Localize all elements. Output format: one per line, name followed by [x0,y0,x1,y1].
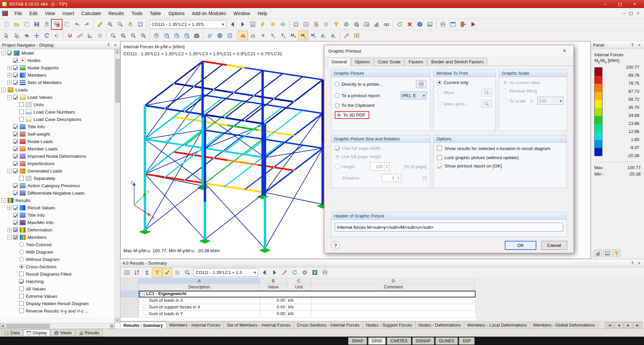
status-cartes-toggle[interactable]: CARTES [387,337,411,345]
sync-graphic-button[interactable] [279,268,289,277]
checkbox-unchecked[interactable] [19,294,24,298]
checkbox-checked[interactable] [13,124,18,129]
checkbox-checked[interactable] [13,65,18,70]
radio-height[interactable]: Height: [335,164,356,169]
expander-icon[interactable]: − [1,51,6,55]
tree-item-result-diagrams-filled[interactable]: Result Diagrams Filled [0,270,115,278]
status-dxf-toggle[interactable]: DXF [459,337,475,345]
panel-display-options-button[interactable] [603,250,611,257]
navigator-vertical-scrollbar[interactable]: ▲ ▼ [114,49,120,323]
info-button[interactable] [415,20,425,29]
radio-use-full-page-height[interactable]: Use full page height [335,154,427,159]
menu-insert[interactable]: Insert [59,9,78,18]
ok-button[interactable]: OK [505,241,536,250]
dialog-tab-general[interactable]: General [328,58,351,66]
zoom-in-button[interactable] [105,20,115,29]
checkbox-partial[interactable] [13,235,18,239]
exit-button[interactable] [458,20,468,29]
menu-view[interactable]: View [41,9,59,18]
zoom-button[interactable] [108,31,118,40]
menu-window[interactable]: Window [230,9,254,18]
checkbox-checked[interactable] [13,205,18,210]
checkbox-checked[interactable] [13,73,18,77]
mirror-button[interactable] [52,31,62,40]
navigator-tab-display[interactable]: Display [23,329,50,336]
zoom-window-button[interactable] [115,20,125,29]
print-graphic-button[interactable]: 3D [52,20,62,29]
previous-load-case-button[interactable] [227,20,237,29]
column-settings-button[interactable] [172,268,182,277]
checkbox-unchecked[interactable] [19,301,24,306]
navigator-horizontal-scrollbar[interactable]: ◀ ▶ [0,323,115,329]
view-in-y-button[interactable]: Y [171,31,181,40]
sum-check-button[interactable]: Σ [142,268,152,277]
component-vz-button[interactable]: Vz [278,31,288,40]
edit-button[interactable] [95,20,105,29]
navigator-tab-views[interactable]: Views [51,329,75,336]
last-table-button[interactable]: ▶| [633,322,642,328]
snap-button[interactable] [65,31,75,40]
checkbox-lock-graphic-picture[interactable]: Lock graphic picture (without update) [437,155,563,160]
status-grid-toggle[interactable]: GRID [368,337,386,345]
tree-item-load-values[interactable]: −Load Values [0,93,115,101]
radio-to-3d-pdf[interactable]: To 3D PDF [336,113,365,118]
select-button[interactable] [1,31,11,40]
checkbox-checked[interactable] [13,132,18,136]
dialog-tab-factors[interactable]: Factors [405,58,427,66]
component-pz-button[interactable]: pz [328,31,338,40]
animation-button[interactable] [341,31,352,40]
dialog-title-bar[interactable]: Graphic Printout × [324,45,574,57]
checkbox-partial[interactable] [13,227,18,232]
tree-item-results[interactable]: −Results [0,197,115,204]
tree-item-display-hidden-result-diagram[interactable]: Display Hidden Result Diagram [0,300,115,307]
print-button[interactable] [438,20,448,29]
render-button[interactable] [425,20,435,29]
result-diagrams-button[interactable] [238,31,248,40]
checkbox-checked[interactable] [13,220,18,225]
manual-button[interactable] [352,31,362,40]
expander-icon[interactable]: − [7,235,12,239]
save-as-button[interactable] [21,20,32,29]
component-my-button[interactable]: My [298,31,308,40]
expander-icon[interactable]: − [7,95,12,99]
dialog-tab-color-scale[interactable]: Color Scale [374,58,404,66]
tree-item-differentiate-negative-loads[interactable]: Differentiate Negative Loads [0,189,115,197]
page-preview-button[interactable] [42,20,52,29]
radio-directly-to-printer[interactable]: Directly to a printer... [335,82,383,87]
filter-rows-button[interactable] [152,268,162,277]
checkbox-unchecked[interactable] [19,117,24,122]
sort-results-button[interactable] [132,268,142,277]
checkbox-checked[interactable] [13,139,18,144]
highlight-results-button[interactable] [162,268,172,277]
printout-report-button[interactable] [311,20,321,29]
modules-button[interactable] [351,20,361,29]
guidelines-button[interactable] [75,31,85,40]
previous-table-button[interactable]: ◀ [614,322,623,328]
checkbox-checked[interactable] [13,154,18,158]
scroll-left-icon[interactable]: ◀ [0,324,5,329]
copy-button[interactable] [62,20,72,29]
filter-button[interactable] [331,20,341,29]
load-cases-button[interactable] [291,20,301,29]
checkbox-unchecked[interactable] [19,176,24,181]
show-results-button[interactable] [268,20,278,29]
tree-item-members[interactable]: −Members [0,233,115,241]
tree-item-extreme-values[interactable]: Extreme Values [0,292,115,300]
component-vy-button[interactable]: Vy [268,31,278,40]
tree-item-separately[interactable]: Separately [0,175,115,182]
solid-model-button[interactable] [215,31,225,40]
checkbox-checked[interactable] [13,191,18,195]
mdi-restore-button[interactable] [629,11,633,16]
tree-item-result-values[interactable]: +Result Values [0,204,115,211]
app-menu-icon[interactable] [2,11,8,16]
table-row[interactable]: Sum of support forces in X0.00kN [120,304,476,311]
results-table[interactable]: ABCDDescriptionValueUnitComment−LC1 - Ei… [120,278,476,321]
result-values-button[interactable]: 1.2 [248,31,258,40]
tree-item-members[interactable]: +Members [0,71,115,79]
tree-item-nodal-loads[interactable]: Nodal Loads [0,138,115,145]
menu-results[interactable]: Results [105,9,128,18]
tree-item-nodes[interactable]: Nodes [0,57,115,64]
tree-item-title-info[interactable]: Title Info [0,123,115,130]
work-plane-button[interactable] [85,31,95,40]
menu-options[interactable]: Options [165,9,188,18]
